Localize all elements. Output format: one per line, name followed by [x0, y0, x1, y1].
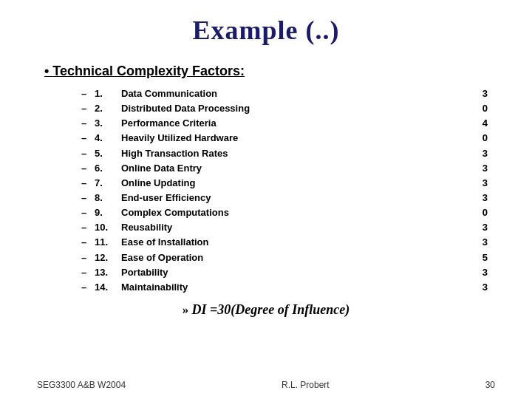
table-row: –11.Ease of Installation3	[81, 235, 488, 250]
row-desc: High Transaction Rates	[121, 146, 470, 161]
slide-title: Example (..)	[37, 15, 495, 46]
row-dash: –	[81, 280, 95, 295]
row-num: 10.	[95, 220, 121, 235]
row-num: 11.	[95, 235, 121, 250]
row-score: 3	[470, 235, 488, 250]
row-num: 6.	[95, 161, 121, 176]
table-row: –8.End-user Efficiency3	[81, 191, 488, 205]
row-desc: End-user Efficiency	[121, 191, 470, 205]
row-score: 0	[470, 205, 488, 220]
row-dash: –	[81, 250, 95, 265]
footer-right: 30	[485, 380, 495, 390]
row-dash: –	[81, 146, 95, 161]
row-num: 4.	[95, 131, 121, 146]
row-score: 3	[470, 220, 488, 235]
row-num: 5.	[95, 146, 121, 161]
di-line: » DI =30(Degree of Influence)	[37, 302, 495, 318]
table-row: –9.Complex Computations0	[81, 205, 488, 220]
bullet-heading: Technical Complexity Factors:	[44, 64, 495, 79]
row-score: 3	[470, 280, 488, 295]
row-dash: –	[81, 235, 95, 250]
table-row: –12.Ease of Operation5	[81, 250, 488, 265]
row-num: 3.	[95, 116, 121, 131]
row-desc: Data Communication	[121, 86, 470, 101]
row-dash: –	[81, 161, 95, 176]
row-score: 5	[470, 250, 488, 265]
row-num: 1.	[95, 86, 121, 101]
row-score: 0	[470, 131, 488, 146]
row-desc: Portability	[121, 265, 470, 280]
row-score: 3	[470, 161, 488, 176]
row-num: 12.	[95, 250, 121, 265]
row-num: 2.	[95, 101, 121, 116]
row-desc: Complex Computations	[121, 205, 470, 220]
row-dash: –	[81, 220, 95, 235]
row-score: 3	[470, 86, 488, 101]
row-num: 7.	[95, 176, 121, 191]
table-row: –4.Heavily Utilized Hardware0	[81, 131, 488, 146]
row-score: 3	[470, 176, 488, 191]
row-dash: –	[81, 131, 95, 146]
di-text: DI =30(Degree of Influence)	[192, 302, 350, 317]
row-dash: –	[81, 101, 95, 116]
row-dash: –	[81, 176, 95, 191]
footer: SEG3300 A&B W2004 R.L. Probert 30	[0, 380, 532, 390]
row-score: 0	[470, 101, 488, 116]
row-desc: Heavily Utilized Hardware	[121, 131, 470, 146]
row-desc: Online Updating	[121, 176, 470, 191]
row-desc: Maintainability	[121, 280, 470, 295]
di-arrow: »	[183, 303, 189, 317]
row-dash: –	[81, 116, 95, 131]
slide: Example (..) Technical Complexity Factor…	[0, 0, 532, 399]
row-dash: –	[81, 86, 95, 101]
row-desc: Ease of Operation	[121, 250, 470, 265]
row-dash: –	[81, 205, 95, 220]
row-num: 8.	[95, 191, 121, 205]
table-row: –10.Reusability3	[81, 220, 488, 235]
row-desc: Online Data Entry	[121, 161, 470, 176]
row-score: 4	[470, 116, 488, 131]
table-row: –14.Maintainability3	[81, 280, 488, 295]
table-row: –5.High Transaction Rates3	[81, 146, 488, 161]
footer-center: R.L. Probert	[282, 380, 330, 390]
row-dash: –	[81, 191, 95, 205]
row-score: 3	[470, 191, 488, 205]
factors-table: –1.Data Communication3–2.Distributed Dat…	[81, 86, 488, 295]
row-num: 13.	[95, 265, 121, 280]
row-desc: Ease of Installation	[121, 235, 470, 250]
row-dash: –	[81, 265, 95, 280]
footer-left: SEG3300 A&B W2004	[37, 380, 126, 390]
row-desc: Performance Criteria	[121, 116, 470, 131]
table-row: –13.Portability3	[81, 265, 488, 280]
table-row: –3.Performance Criteria4	[81, 116, 488, 131]
row-score: 3	[470, 265, 488, 280]
table-row: –2.Distributed Data Processing0	[81, 101, 488, 116]
row-num: 14.	[95, 280, 121, 295]
row-desc: Reusability	[121, 220, 470, 235]
row-desc: Distributed Data Processing	[121, 101, 470, 116]
row-score: 3	[470, 146, 488, 161]
table-row: –6.Online Data Entry3	[81, 161, 488, 176]
table-row: –1.Data Communication3	[81, 86, 488, 101]
row-num: 9.	[95, 205, 121, 220]
table-row: –7.Online Updating3	[81, 176, 488, 191]
